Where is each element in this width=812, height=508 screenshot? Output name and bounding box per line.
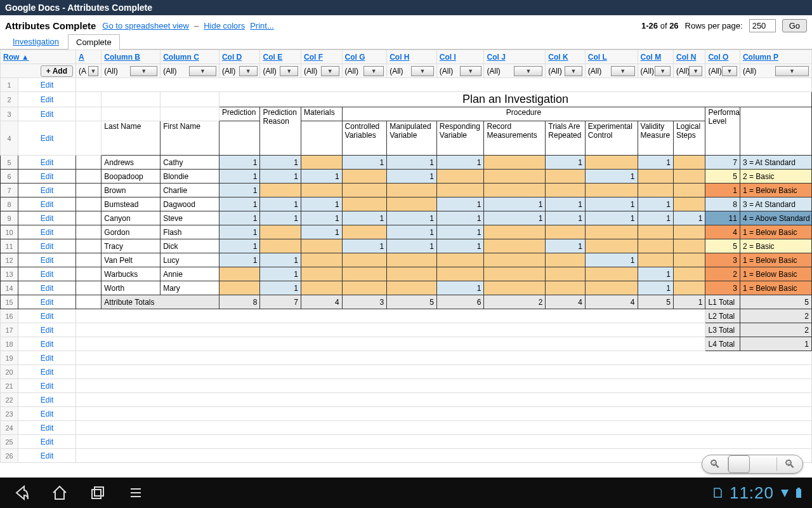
edit-link[interactable]: Edit bbox=[18, 92, 76, 107]
cell-lastname[interactable]: Gordon bbox=[102, 225, 160, 239]
cell-total[interactable]: 8 bbox=[705, 197, 740, 211]
cell-i[interactable] bbox=[436, 267, 484, 281]
col-f[interactable]: Col F bbox=[304, 53, 323, 62]
col-i[interactable]: Col I bbox=[440, 53, 456, 62]
cell-j[interactable] bbox=[484, 225, 546, 239]
edit-link[interactable]: Edit bbox=[18, 393, 76, 407]
cell-k[interactable] bbox=[546, 281, 586, 295]
cell-f[interactable]: 1 bbox=[301, 211, 343, 225]
hide-colors-link[interactable]: Hide colors bbox=[204, 21, 245, 30]
cell-d[interactable]: 1 bbox=[219, 184, 260, 197]
cell-d[interactable]: 1 bbox=[219, 197, 260, 211]
cell-g[interactable]: 1 bbox=[342, 239, 387, 253]
dropdown-icon[interactable]: ▼ bbox=[321, 66, 339, 76]
cell-i[interactable]: 1 bbox=[436, 156, 484, 170]
cell-perf[interactable]: 1 = Below Basic bbox=[740, 184, 811, 197]
edit-link[interactable]: Edit bbox=[18, 309, 76, 323]
edit-link[interactable]: Edit bbox=[18, 197, 76, 211]
cell-e[interactable] bbox=[260, 239, 301, 253]
cell-firstname[interactable]: Charlie bbox=[160, 184, 219, 197]
cell-n[interactable] bbox=[674, 267, 705, 281]
dropdown-icon[interactable]: ▼ bbox=[130, 66, 157, 76]
cell-i[interactable]: 1 bbox=[436, 239, 484, 253]
cell-firstname[interactable]: Lucy bbox=[160, 253, 219, 267]
cell-h[interactable]: 1 bbox=[387, 239, 437, 253]
cell-d[interactable]: 1 bbox=[219, 211, 260, 225]
dropdown-icon[interactable]: ▼ bbox=[655, 66, 671, 76]
cell-perf[interactable]: 3 = At Standard bbox=[740, 197, 811, 211]
cell-firstname[interactable]: Mary bbox=[160, 281, 219, 295]
edit-link[interactable]: Edit bbox=[18, 337, 76, 351]
cell-j[interactable] bbox=[484, 184, 546, 197]
edit-link[interactable]: Edit bbox=[18, 281, 76, 295]
edit-link[interactable]: Edit bbox=[18, 407, 76, 421]
cell-d[interactable]: 1 bbox=[219, 170, 260, 184]
cell-j[interactable]: 1 bbox=[484, 197, 546, 211]
zoom-thumb[interactable] bbox=[728, 455, 750, 473]
cell-m[interactable]: 1 bbox=[638, 211, 673, 225]
dropdown-icon[interactable]: ▼ bbox=[88, 66, 99, 76]
cell-perf[interactable]: 1 = Below Basic bbox=[740, 267, 811, 281]
cell-k[interactable]: 1 bbox=[546, 156, 586, 170]
tab-complete[interactable]: Complete bbox=[68, 34, 120, 50]
edit-link[interactable]: Edit bbox=[18, 267, 76, 281]
cell-n[interactable] bbox=[674, 197, 705, 211]
cell-f[interactable]: 1 bbox=[301, 170, 343, 184]
cell-k[interactable] bbox=[546, 225, 586, 239]
edit-link[interactable]: Edit bbox=[18, 365, 76, 379]
cell-e[interactable]: 1 bbox=[260, 267, 301, 281]
spreadsheet-view-link[interactable]: Go to spreadsheet view bbox=[102, 21, 189, 30]
cell-f[interactable] bbox=[301, 281, 343, 295]
cell-n[interactable] bbox=[674, 170, 705, 184]
col-a[interactable]: A bbox=[79, 53, 84, 62]
dropdown-icon[interactable]: ▼ bbox=[775, 66, 809, 76]
dropdown-icon[interactable]: ▼ bbox=[363, 66, 384, 76]
go-button[interactable]: Go bbox=[782, 19, 807, 32]
cell-h[interactable] bbox=[387, 197, 437, 211]
cell-f[interactable] bbox=[301, 184, 343, 197]
cell-i[interactable] bbox=[436, 170, 484, 184]
dropdown-icon[interactable]: ▼ bbox=[689, 66, 703, 76]
edit-link[interactable]: Edit bbox=[18, 78, 76, 92]
cell-e[interactable]: 1 bbox=[260, 156, 301, 170]
edit-link[interactable]: Edit bbox=[18, 170, 76, 184]
cell-total[interactable]: 1 bbox=[705, 184, 740, 197]
recent-apps-icon[interactable] bbox=[79, 478, 117, 508]
cell-perf[interactable]: 3 = At Standard bbox=[740, 156, 811, 170]
tab-investigation[interactable]: Investigation bbox=[5, 34, 67, 50]
print-link[interactable]: Print... bbox=[250, 21, 274, 30]
cell-firstname[interactable]: Dagwood bbox=[160, 197, 219, 211]
col-c[interactable]: Column C bbox=[163, 53, 199, 62]
cell-i[interactable]: 1 bbox=[436, 211, 484, 225]
cell-lastname[interactable]: Warbucks bbox=[102, 267, 160, 281]
cell-f[interactable] bbox=[301, 239, 343, 253]
cell-lastname[interactable]: Canyon bbox=[102, 211, 160, 225]
cell-m[interactable]: 1 bbox=[638, 197, 673, 211]
cell-total[interactable]: 11 bbox=[705, 211, 740, 225]
edit-link[interactable]: Edit bbox=[18, 107, 76, 121]
cell-perf[interactable]: 2 = Basic bbox=[740, 239, 811, 253]
edit-link[interactable]: Edit bbox=[18, 121, 76, 156]
cell-firstname[interactable]: Cathy bbox=[160, 156, 219, 170]
cell-e[interactable]: 1 bbox=[260, 197, 301, 211]
cell-j[interactable]: 1 bbox=[484, 211, 546, 225]
cell-m[interactable] bbox=[638, 184, 673, 197]
col-m[interactable]: Col M bbox=[641, 53, 662, 62]
cell-h[interactable] bbox=[387, 267, 437, 281]
cell-firstname[interactable]: Dick bbox=[160, 239, 219, 253]
cell-i[interactable]: 1 bbox=[436, 225, 484, 239]
cell-h[interactable]: 1 bbox=[387, 156, 437, 170]
cell-m[interactable] bbox=[638, 225, 673, 239]
cell-firstname[interactable]: Annie bbox=[160, 267, 219, 281]
dropdown-icon[interactable]: ▼ bbox=[411, 66, 434, 76]
col-row[interactable]: Row ▲ bbox=[3, 53, 29, 62]
cell-lastname[interactable]: Andrews bbox=[102, 156, 160, 170]
cell-k[interactable]: 1 bbox=[546, 197, 586, 211]
edit-link[interactable]: Edit bbox=[18, 295, 76, 309]
cell-g[interactable] bbox=[342, 253, 387, 267]
cell-total[interactable]: 3 bbox=[705, 281, 740, 295]
cell-d[interactable]: 1 bbox=[219, 225, 260, 239]
edit-link[interactable]: Edit bbox=[18, 323, 76, 337]
cell-d[interactable]: 1 bbox=[219, 156, 260, 170]
col-k[interactable]: Col K bbox=[548, 53, 568, 62]
